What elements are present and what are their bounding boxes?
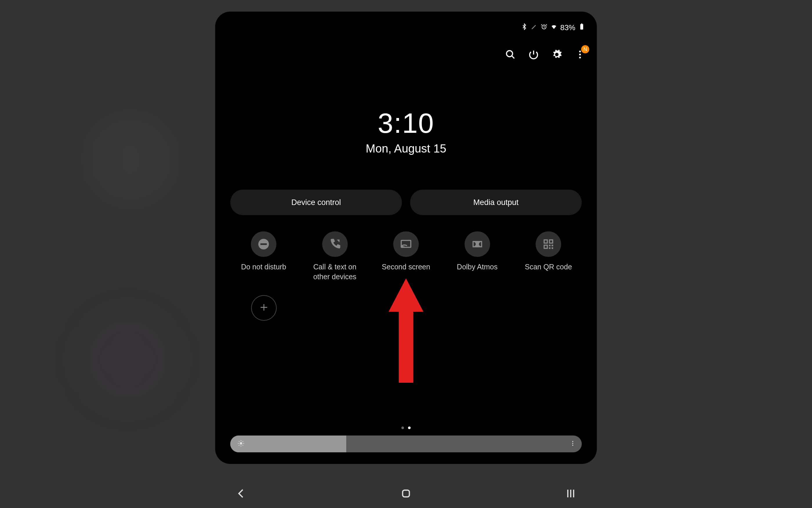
battery-icon [578, 23, 585, 32]
search-icon[interactable] [505, 49, 516, 61]
sun-icon [237, 439, 245, 448]
wifi-icon [550, 23, 557, 32]
svg-point-24 [572, 441, 573, 442]
svg-rect-20 [549, 247, 551, 249]
nav-home-icon[interactable] [400, 488, 412, 501]
svg-rect-27 [402, 490, 409, 497]
dolby-icon [465, 231, 490, 257]
brightness-menu-icon[interactable] [569, 440, 576, 448]
power-icon[interactable] [528, 49, 539, 61]
minus-circle-icon [251, 231, 276, 257]
brightness-slider[interactable] [230, 435, 582, 452]
tile-scan-qr[interactable]: Scan QR code [515, 231, 582, 282]
tile-do-not-disturb[interactable]: Do not disturb [230, 231, 297, 282]
page-indicator [401, 426, 411, 429]
tile-label: Second screen [380, 262, 432, 272]
battery-percent: 83% [560, 23, 575, 32]
tile-dolby-atmos[interactable]: Dolby Atmos [444, 231, 511, 282]
svg-point-5 [579, 54, 581, 55]
tile-call-text-devices[interactable]: Call & text on other devices [302, 231, 368, 282]
svg-rect-1 [580, 24, 583, 30]
device-control-button[interactable]: Device control [230, 189, 402, 215]
nav-bar [215, 488, 597, 501]
bluetooth-icon [521, 23, 528, 32]
brightness-fill [230, 435, 346, 452]
svg-point-23 [240, 442, 243, 445]
add-tile-button[interactable] [251, 295, 277, 321]
tablet-frame: 83% N 3:10 Mon, August 15 Device control… [215, 12, 597, 464]
action-bar: N [505, 49, 585, 61]
nav-back-icon[interactable] [236, 488, 247, 501]
svg-point-4 [579, 51, 581, 52]
svg-rect-13 [545, 240, 547, 242]
media-output-button[interactable]: Media output [410, 189, 582, 215]
notification-badge: N [581, 45, 589, 53]
gear-icon[interactable] [552, 49, 562, 61]
device-control-label: Device control [291, 198, 341, 207]
svg-point-26 [572, 445, 573, 446]
svg-point-6 [579, 57, 581, 58]
tile-label: Do not disturb [238, 262, 290, 272]
alarm-icon [541, 23, 548, 32]
qr-code-icon [536, 231, 561, 257]
plus-icon [259, 302, 269, 313]
svg-rect-21 [552, 247, 553, 249]
tile-label: Scan QR code [522, 262, 574, 272]
svg-rect-15 [550, 240, 552, 242]
annotation-arrow [389, 278, 423, 384]
phone-sync-icon [322, 231, 348, 257]
status-bar: 83% [521, 23, 585, 32]
clock-section: 3:10 Mon, August 15 [215, 107, 597, 155]
clock-time: 3:10 [215, 107, 597, 139]
svg-point-3 [507, 51, 513, 57]
pencil-icon [531, 23, 538, 32]
screen-mirror-icon [393, 231, 419, 257]
tile-label: Call & text on other devices [309, 262, 361, 282]
svg-rect-19 [552, 245, 553, 247]
svg-rect-18 [549, 245, 551, 247]
svg-rect-8 [260, 243, 267, 245]
page-dot-active [408, 426, 411, 429]
nav-recent-icon[interactable] [565, 488, 576, 501]
tile-second-screen[interactable]: Second screen [373, 231, 439, 282]
svg-rect-17 [545, 246, 547, 248]
svg-marker-22 [389, 278, 423, 383]
media-output-label: Media output [473, 198, 518, 207]
tile-label: Dolby Atmos [451, 262, 504, 272]
svg-rect-2 [581, 24, 582, 24]
more-icon[interactable]: N [575, 49, 585, 61]
svg-point-25 [572, 443, 573, 444]
clock-date: Mon, August 15 [215, 142, 597, 155]
svg-point-10 [402, 246, 403, 247]
page-dot [401, 426, 404, 429]
